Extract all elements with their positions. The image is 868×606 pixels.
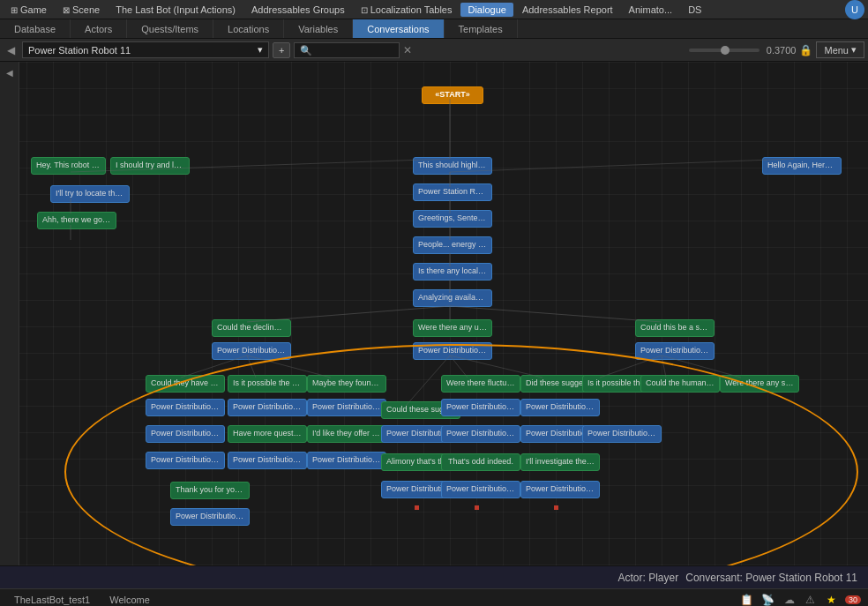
- node-n31[interactable]: Power Distribution Rob18: [582, 425, 662, 443]
- tab-quests-items[interactable]: Quests/Items: [127, 19, 213, 38]
- zoom-handle[interactable]: [721, 46, 730, 55]
- node-n5[interactable]: This should highlight...: [413, 157, 492, 175]
- lock-icon[interactable]: 🔒: [799, 44, 812, 56]
- node-n6[interactable]: Power Station Robot can p...: [413, 183, 492, 201]
- error-dot-3: [554, 505, 558, 510]
- node-n9[interactable]: Is there any local area of...: [413, 263, 492, 281]
- node-n46[interactable]: Power Distribution Rob18: [520, 481, 600, 498]
- error-dot-2: [475, 505, 479, 510]
- node-n17[interactable]: Could they have developed...: [146, 375, 225, 393]
- node-n1[interactable]: Hey. This robot doesn't b...: [31, 157, 106, 175]
- node-n35[interactable]: Power Distribution Rob18: [441, 425, 520, 443]
- project-tab[interactable]: TheLastBot_test1: [7, 593, 97, 607]
- zoom-value: 0.3700: [767, 45, 797, 56]
- left-panel: ◀: [0, 62, 19, 565]
- conversation-toolbar: ◀ Power Station Robot 11 ▾ + ✕ 0.3700 🔒 …: [0, 39, 868, 62]
- welcome-tab[interactable]: Welcome: [102, 593, 157, 607]
- node-n8[interactable]: People... energy consumpt...: [413, 236, 492, 254]
- actor-info: Actor: Player: [618, 572, 679, 584]
- tab-conversations[interactable]: Conversations: [353, 19, 444, 38]
- unity-icon-bar: 📋 📡 ☁ ⚠ ★ 30: [739, 592, 861, 607]
- node-n13[interactable]: Could this be a sign of b...: [635, 319, 715, 337]
- broadcast-icon[interactable]: 📡: [760, 592, 776, 607]
- node-n45[interactable]: Power Distribution Rob18: [441, 481, 520, 498]
- node-n3[interactable]: I'll try to locate the...: [50, 185, 130, 203]
- error-dot: [415, 505, 419, 510]
- node-n32[interactable]: Have more questions?: [228, 425, 307, 443]
- node-n10[interactable]: Analyzing available data...: [413, 289, 492, 307]
- node-n21[interactable]: Were there fluctuations...: [441, 375, 520, 393]
- node-n38[interactable]: Power Distribution Rob18: [146, 452, 225, 469]
- collapse-left-button[interactable]: ◀: [3, 65, 17, 79]
- info-bar: Actor: Player Conversant: Power Station …: [0, 565, 868, 588]
- unity-bottom-bar: TheLastBot_test1 Welcome 📋 📡 ☁ ⚠ ★ 30: [0, 588, 868, 606]
- game-menu[interactable]: ⊞Game: [4, 3, 54, 17]
- zoom-slider[interactable]: [689, 49, 760, 52]
- node-n16[interactable]: Power Distribution Rob18: [635, 342, 715, 360]
- menu-button[interactable]: Menu ▾: [816, 41, 864, 58]
- input-actions-menu[interactable]: The Last Bot (Input Actions): [108, 3, 243, 17]
- user-avatar[interactable]: U: [845, 0, 864, 19]
- node-n33[interactable]: I'd like they offer a th...: [307, 425, 386, 443]
- scene-menu[interactable]: ⊠Scene: [56, 3, 107, 17]
- node-n2[interactable]: I should try and locate...: [110, 157, 190, 175]
- start-node[interactable]: «START»: [422, 86, 483, 104]
- clipboard-icon[interactable]: 📋: [739, 592, 755, 607]
- dialogue-canvas[interactable]: ◀ «START» Hey. This robot does: [0, 62, 868, 565]
- node-n39[interactable]: Power Distribution Rob18: [228, 452, 307, 469]
- error-counter: 30: [845, 595, 861, 604]
- node-n37[interactable]: Power Distribution Rob18: [146, 425, 225, 443]
- top-menu-bar: ⊞Game ⊠Scene The Last Bot (Input Actions…: [0, 0, 868, 19]
- node-n27[interactable]: Power Distribution Rob18: [228, 399, 307, 416]
- node-n43[interactable]: I'll investigate these an...: [520, 453, 600, 471]
- star-icon[interactable]: ★: [824, 592, 840, 607]
- node-n7[interactable]: Greetings, Senteins. Syst...: [413, 210, 492, 228]
- localization-tables-menu[interactable]: ⊡Localization Tables: [354, 3, 460, 17]
- node-n40[interactable]: Power Distribution Rob18: [307, 452, 386, 469]
- node-n47[interactable]: Thank you for your insight.: [170, 482, 250, 499]
- node-n29[interactable]: Power Distribution Rob18: [441, 399, 520, 416]
- tab-database[interactable]: Database: [0, 19, 71, 38]
- node-n18[interactable]: Is it possible the data we...: [228, 375, 307, 393]
- dialogue-tab-bar: Database Actors Quests/Items Locations V…: [0, 19, 868, 39]
- node-n24[interactable]: Could the humans have left...: [640, 375, 720, 393]
- node-n15[interactable]: Power Distribution Rob18: [413, 342, 492, 360]
- tab-locations[interactable]: Locations: [213, 19, 284, 38]
- node-n12[interactable]: Were there any unusual fac...: [413, 319, 492, 337]
- cloud-icon[interactable]: ☁: [782, 592, 797, 607]
- addressables-groups-menu[interactable]: Addressables Groups: [244, 3, 352, 17]
- svg-line-9: [450, 159, 794, 172]
- node-n4[interactable]: Ahh, there we go. Yes it...: [37, 212, 116, 229]
- conversant-info: Conversant: Power Station Robot 11: [685, 572, 857, 584]
- prev-arrow[interactable]: ◀: [4, 42, 19, 58]
- dialogue-menu[interactable]: Dialogue: [460, 3, 513, 17]
- addressables-report-menu[interactable]: Addressables Report: [515, 3, 620, 17]
- node-n49[interactable]: Hello Again, Here it's...: [762, 157, 842, 175]
- alert-icon[interactable]: ⚠: [803, 592, 819, 607]
- node-n42[interactable]: That's odd indeed.: [441, 453, 520, 471]
- node-n14[interactable]: Power Distribution Rob18: [212, 342, 291, 360]
- clear-search-button[interactable]: ✕: [403, 44, 412, 56]
- node-n25[interactable]: Were there any signs of m...: [720, 375, 799, 393]
- animator-menu[interactable]: Animato...: [622, 3, 680, 17]
- actor-selector[interactable]: Power Station Robot 11 ▾: [22, 41, 269, 58]
- node-n19[interactable]: Maybe they found a new eff...: [307, 375, 386, 393]
- ds-menu[interactable]: DS: [681, 3, 708, 17]
- node-n48[interactable]: Power Distribution Rob18: [170, 508, 250, 526]
- node-n26[interactable]: Power Distribution Rob18: [146, 399, 225, 416]
- tab-templates[interactable]: Templates: [445, 19, 518, 38]
- node-n30[interactable]: Power Distribution Rob18: [520, 399, 600, 416]
- add-conversation-button[interactable]: +: [273, 42, 290, 58]
- node-n28[interactable]: Power Distribution Rob18: [307, 399, 386, 416]
- tab-variables[interactable]: Variables: [284, 19, 353, 38]
- tab-actors[interactable]: Actors: [71, 19, 127, 38]
- node-n11[interactable]: Could the decline in ener...: [212, 319, 291, 337]
- search-input[interactable]: [294, 42, 400, 58]
